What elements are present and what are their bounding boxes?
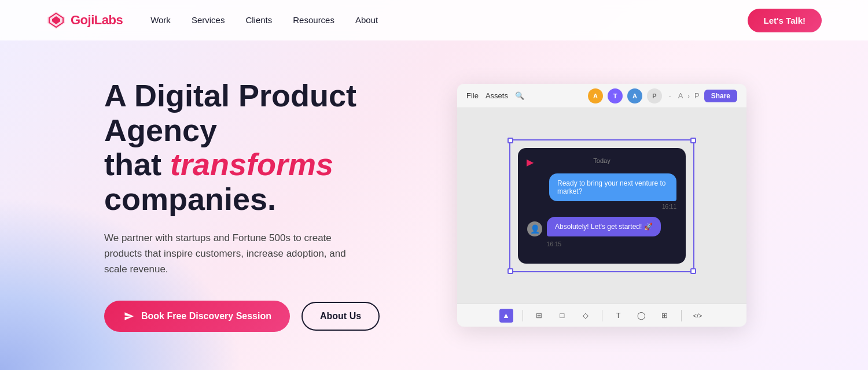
nav-link-services[interactable]: Services [192, 15, 225, 25]
chat-message-2-wrap: 👤 Absolutely! Let's get started! 🚀 [527, 217, 676, 236]
cursor-icon: ▶ [527, 157, 534, 168]
logo[interactable]: GojiLabs [46, 10, 123, 30]
hero-heading: A Digital Product Agency that transforms… [104, 79, 405, 216]
tool-code[interactable]: </> [691, 309, 705, 323]
tool-frame[interactable]: ⊞ [532, 309, 546, 323]
hero-buttons: Book Free Discovery Session About Us [104, 301, 405, 332]
tool-component[interactable]: ⊞ [658, 309, 672, 323]
avatar-t: T [608, 88, 623, 103]
figma-file-button[interactable]: File [466, 91, 479, 100]
figma-bottombar: ▲ ⊞ □ ◇ T ◯ ⊞ </> [457, 304, 746, 327]
nav-link-work[interactable]: Work [150, 15, 171, 25]
tool-rect[interactable]: □ [556, 309, 569, 323]
chat-message-1: Ready to bring your next venture to mark… [549, 173, 676, 201]
chat-avatar: 👤 [527, 221, 542, 236]
nav-link-about[interactable]: About [355, 15, 378, 25]
figma-canvas: Today ▶ Ready to bring your next venture… [457, 108, 746, 304]
avatar-p: P [647, 88, 662, 103]
avatar-a: A [588, 88, 603, 103]
chat-card: Today ▶ Ready to bring your next venture… [518, 148, 686, 264]
chat-time-2: 16:15 [527, 241, 561, 247]
avatar-aa: A [627, 88, 642, 103]
figma-topbar: File Assets 🔍 A T A P · A › P Share [457, 84, 746, 108]
figma-assets-button[interactable]: Assets [486, 91, 508, 100]
tool-pen[interactable]: ◇ [579, 309, 593, 323]
nav-link-clients[interactable]: Clients [245, 15, 272, 25]
chat-message-2: Absolutely! Let's get started! 🚀 [547, 217, 661, 236]
figma-window: File Assets 🔍 A T A P · A › P Share [457, 84, 746, 327]
nav-link-resources[interactable]: Resources [293, 15, 334, 25]
selection-box: Today ▶ Ready to bring your next venture… [509, 139, 694, 272]
book-session-button[interactable]: Book Free Discovery Session [104, 301, 290, 332]
chat-date: Today [527, 157, 676, 164]
paper-plane-icon [123, 310, 135, 323]
chat-time-1: 16:11 [662, 204, 676, 210]
main-content: A Digital Product Agency that transforms… [0, 40, 868, 370]
toolbar-divider-1 [523, 310, 523, 321]
mockup-wrap: File Assets 🔍 A T A P · A › P Share [451, 84, 752, 327]
handle-top-left[interactable] [507, 138, 513, 143]
hero-text: A Digital Product Agency that transforms… [104, 79, 405, 331]
tool-cursor[interactable]: ▲ [499, 309, 513, 323]
figma-topbar-right: A T A P · A › P Share [588, 88, 737, 103]
tool-text[interactable]: T [612, 309, 626, 323]
logo-icon [46, 10, 66, 30]
figma-topbar-left: File Assets 🔍 [466, 91, 524, 100]
toolbar-divider-3 [681, 310, 682, 321]
figma-share-button[interactable]: Share [704, 90, 737, 102]
navbar: GojiLabs Work Services Clients Resources… [0, 0, 868, 40]
hero-subtitle: We partner with startups and Fortune 500… [104, 230, 359, 278]
handle-top-right[interactable] [690, 138, 696, 143]
tool-ellipse[interactable]: ◯ [635, 309, 649, 323]
about-us-button[interactable]: About Us [301, 302, 380, 331]
handle-bottom-right[interactable] [690, 268, 696, 274]
logo-text: GojiLabs [71, 13, 123, 28]
nav-links: Work Services Clients Resources About [150, 15, 378, 25]
handle-bottom-left[interactable] [507, 268, 513, 274]
heading-accent: transforms [170, 147, 333, 182]
lets-talk-button[interactable]: Let's Talk! [748, 9, 822, 32]
search-icon[interactable]: 🔍 [515, 91, 524, 100]
nav-left: GojiLabs Work Services Clients Resources… [46, 10, 378, 30]
toolbar-divider-2 [602, 310, 602, 321]
